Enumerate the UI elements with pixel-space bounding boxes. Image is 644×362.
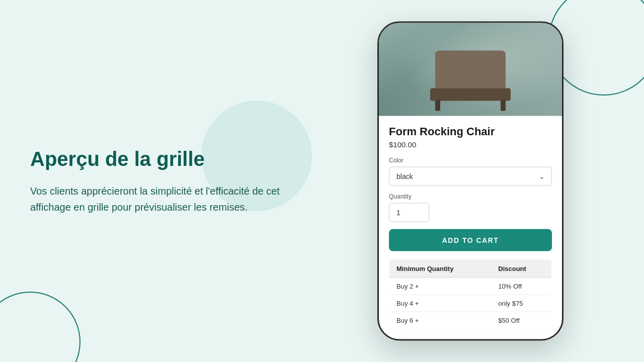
discount-cell: 10% Off <box>491 278 551 295</box>
product-details: Form Rocking Chair $100.00 Color black ⌄… <box>379 116 562 339</box>
add-to-cart-button[interactable]: ADD TO CART <box>389 229 552 251</box>
color-label: Color <box>389 157 552 164</box>
quantity-input[interactable] <box>389 203 429 222</box>
table-row: Buy 6 +$50 Off <box>389 312 552 329</box>
col-header-discount: Discount <box>491 259 551 278</box>
quantity-cell: Buy 6 + <box>389 312 492 329</box>
chair-leg-left <box>435 100 440 111</box>
left-content: Aperçu de la grille Vos clients apprécie… <box>30 147 282 215</box>
color-select-wrapper: black ⌄ <box>389 167 552 186</box>
discount-table: Minimum Quantity Discount Buy 2 +10% Off… <box>389 259 552 329</box>
deco-circle-bottom-left <box>0 292 80 362</box>
page-description: Vos clients apprécieront la simplicité e… <box>30 183 282 215</box>
chair-seat <box>430 88 511 101</box>
table-row: Buy 2 +10% Off <box>389 278 552 295</box>
phone-mockup: Form Rocking Chair $100.00 Color black ⌄… <box>377 22 564 341</box>
chair-illustration <box>420 51 521 111</box>
product-name: Form Rocking Chair <box>389 125 552 138</box>
col-header-quantity: Minimum Quantity <box>389 259 492 278</box>
quantity-label: Quantity <box>389 193 552 200</box>
quantity-wrapper: Quantity <box>389 193 552 222</box>
quantity-cell: Buy 4 + <box>389 295 492 312</box>
discount-cell: $50 Off <box>491 312 551 329</box>
discount-cell: only $75 <box>491 295 551 312</box>
phone-frame: Form Rocking Chair $100.00 Color black ⌄… <box>377 22 564 341</box>
chair-back <box>435 51 506 91</box>
color-select[interactable]: black <box>389 167 552 186</box>
table-header-row: Minimum Quantity Discount <box>389 259 552 278</box>
table-row: Buy 4 +only $75 <box>389 295 552 312</box>
page-title: Aperçu de la grille <box>30 147 282 171</box>
product-image <box>379 23 562 116</box>
chair-leg-right <box>501 100 506 111</box>
quantity-cell: Buy 2 + <box>389 278 492 295</box>
product-price: $100.00 <box>389 140 552 149</box>
